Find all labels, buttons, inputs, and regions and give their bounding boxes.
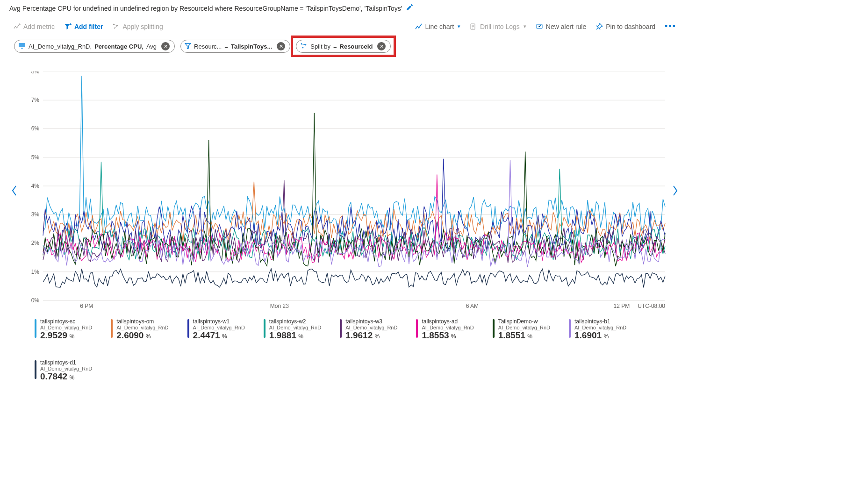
remove-pill-icon[interactable]: ✕ bbox=[277, 42, 285, 50]
legend-item[interactable]: tailspintoys-adAI_Demo_vitalyg_RnD1.8553… bbox=[416, 318, 473, 341]
svg-text:5%: 5% bbox=[31, 154, 40, 161]
legend-series-sub: AI_Demo_vitalyg_RnD bbox=[40, 325, 92, 330]
metric-pill[interactable]: AI_Demo_vitalyg_RnD, Percentage CPU, Avg… bbox=[14, 40, 175, 53]
split-by-pill[interactable]: Split by = ResourceId ✕ bbox=[296, 40, 391, 53]
legend-series-name: tailspintoys-w1 bbox=[193, 318, 245, 325]
legend-series-value: 2.6090 % bbox=[116, 330, 168, 341]
svg-text:3%: 3% bbox=[31, 211, 40, 218]
legend-item[interactable]: tailspintoys-w2AI_Demo_vitalyg_RnD1.9881… bbox=[264, 318, 321, 341]
prev-chart-arrow[interactable] bbox=[9, 71, 20, 310]
resource-icon bbox=[18, 43, 26, 50]
ellipsis-icon: ••• bbox=[665, 21, 676, 31]
legend-swatch bbox=[187, 319, 189, 338]
new-alert-rule-button[interactable]: New alert rule bbox=[532, 21, 590, 32]
next-chart-arrow[interactable] bbox=[670, 71, 680, 310]
legend-series-sub: AI_Demo_vitalyg_RnD bbox=[116, 325, 168, 330]
svg-text:7%: 7% bbox=[31, 97, 40, 103]
remove-pill-icon[interactable]: ✕ bbox=[377, 42, 386, 50]
legend-series-name: tailspintoys-om bbox=[116, 318, 168, 325]
logs-icon bbox=[470, 23, 477, 30]
add-filter-button[interactable]: Add filter bbox=[60, 21, 107, 32]
svg-text:6 AM: 6 AM bbox=[466, 303, 479, 309]
chart-title: Avg Percentage CPU for undefined in unde… bbox=[9, 5, 402, 12]
apply-splitting-button[interactable]: Apply splitting bbox=[108, 21, 166, 32]
svg-text:4%: 4% bbox=[31, 183, 40, 189]
legend-series-sub: AI_Demo_vitalyg_RnD bbox=[193, 325, 245, 330]
filter-icon bbox=[185, 43, 191, 50]
alert-icon bbox=[536, 23, 543, 30]
legend-series-sub: AI_Demo_vitalyg_RnD bbox=[422, 325, 473, 330]
legend-series-name: tailspintoys-d1 bbox=[40, 359, 92, 366]
legend-series-value: 2.9529 % bbox=[40, 330, 92, 341]
legend-swatch bbox=[111, 319, 113, 338]
legend-series-sub: AI_Demo_vitalyg_RnD bbox=[574, 325, 626, 330]
legend-swatch bbox=[569, 319, 571, 338]
svg-text:1%: 1% bbox=[31, 269, 40, 275]
legend-item[interactable]: tailspintoys-omAI_Demo_vitalyg_RnD2.6090… bbox=[111, 318, 168, 341]
legend-swatch bbox=[493, 319, 495, 338]
filter-icon bbox=[64, 23, 72, 30]
svg-text:6 PM: 6 PM bbox=[80, 303, 93, 309]
chart-legend: tailspintoys-scAI_Demo_vitalyg_RnD2.9529… bbox=[9, 310, 680, 382]
remove-pill-icon[interactable]: ✕ bbox=[161, 42, 170, 50]
svg-text:12 PM: 12 PM bbox=[613, 303, 630, 309]
chart-area: 0%1%2%3%4%5%6%7%8%6 PMMon 236 AM12 PMUTC… bbox=[9, 71, 680, 310]
chevron-down-icon: ▾ bbox=[524, 23, 526, 29]
legend-series-name: tailspintoys-b1 bbox=[574, 318, 626, 325]
split-icon bbox=[112, 23, 120, 30]
legend-series-value: 1.9881 % bbox=[269, 330, 321, 341]
legend-series-value: 0.7842 % bbox=[40, 371, 92, 382]
add-metric-icon bbox=[13, 23, 21, 30]
svg-text:UTC-08:00: UTC-08:00 bbox=[638, 303, 665, 309]
legend-swatch bbox=[35, 360, 36, 379]
edit-title-icon[interactable] bbox=[406, 4, 413, 13]
chart-title-row: Avg Percentage CPU for undefined in unde… bbox=[9, 3, 680, 16]
legend-series-sub: AI_Demo_vitalyg_RnD bbox=[40, 366, 92, 371]
legend-swatch bbox=[416, 319, 418, 338]
legend-item[interactable]: tailspintoys-scAI_Demo_vitalyg_RnD2.9529… bbox=[35, 318, 92, 341]
chart-type-select[interactable]: Line chart ▾ bbox=[411, 21, 464, 32]
drill-into-logs-button[interactable]: Drill into Logs ▾ bbox=[466, 21, 530, 32]
metrics-chart-pane: Avg Percentage CPU for undefined in unde… bbox=[0, 0, 689, 385]
legend-swatch bbox=[340, 319, 342, 338]
legend-item[interactable]: TailspinDemo-wAI_Demo_vitalyg_RnD1.8551 … bbox=[493, 318, 550, 341]
line-chart[interactable]: 0%1%2%3%4%5%6%7%8%6 PMMon 236 AM12 PMUTC… bbox=[20, 71, 670, 310]
more-menu-button[interactable]: ••• bbox=[661, 20, 680, 33]
legend-series-sub: AI_Demo_vitalyg_RnD bbox=[269, 325, 321, 330]
legend-series-sub: AI_Demo_vitalyg_RnD bbox=[498, 325, 550, 330]
legend-series-name: TailspinDemo-w bbox=[498, 318, 550, 325]
legend-series-sub: AI_Demo_vitalyg_RnD bbox=[345, 325, 397, 330]
query-pills-row: AI_Demo_vitalyg_RnD, Percentage CPU, Avg… bbox=[9, 40, 680, 55]
split-icon bbox=[300, 43, 308, 50]
add-metric-button[interactable]: Add metric bbox=[9, 21, 58, 32]
svg-text:8%: 8% bbox=[31, 71, 40, 75]
legend-series-value: 1.6901 % bbox=[574, 330, 626, 341]
svg-text:6%: 6% bbox=[31, 126, 40, 132]
pin-icon bbox=[595, 23, 603, 30]
legend-series-value: 1.9612 % bbox=[345, 330, 397, 341]
legend-swatch bbox=[264, 319, 265, 338]
legend-item[interactable]: tailspintoys-b1AI_Demo_vitalyg_RnD1.6901… bbox=[569, 318, 626, 341]
legend-item[interactable]: tailspintoys-d1AI_Demo_vitalyg_RnD0.7842… bbox=[35, 359, 92, 382]
legend-series-name: tailspintoys-w3 bbox=[345, 318, 397, 325]
svg-text:Mon 23: Mon 23 bbox=[270, 303, 289, 309]
legend-series-value: 1.8551 % bbox=[498, 330, 550, 341]
legend-series-value: 1.8553 % bbox=[422, 330, 473, 341]
svg-text:2%: 2% bbox=[31, 240, 40, 247]
chevron-down-icon: ▾ bbox=[458, 23, 460, 29]
legend-series-value: 2.4471 % bbox=[193, 330, 245, 341]
filter-pill[interactable]: Resourc... = TailspinToys... ✕ bbox=[180, 40, 290, 53]
legend-series-name: tailspintoys-ad bbox=[422, 318, 473, 325]
legend-item[interactable]: tailspintoys-w3AI_Demo_vitalyg_RnD1.9612… bbox=[340, 318, 397, 341]
legend-series-name: tailspintoys-sc bbox=[40, 318, 92, 325]
legend-series-name: tailspintoys-w2 bbox=[269, 318, 321, 325]
pin-to-dashboard-button[interactable]: Pin to dashboard bbox=[592, 21, 659, 32]
svg-rect-6 bbox=[21, 48, 23, 49]
line-chart-icon bbox=[415, 23, 423, 30]
legend-item[interactable]: tailspintoys-w1AI_Demo_vitalyg_RnD2.4471… bbox=[187, 318, 245, 341]
legend-swatch bbox=[35, 319, 36, 338]
svg-rect-5 bbox=[19, 43, 25, 47]
svg-text:0%: 0% bbox=[31, 297, 40, 304]
chart-toolbar: Add metric Add filter Apply splitting Li… bbox=[9, 16, 680, 40]
